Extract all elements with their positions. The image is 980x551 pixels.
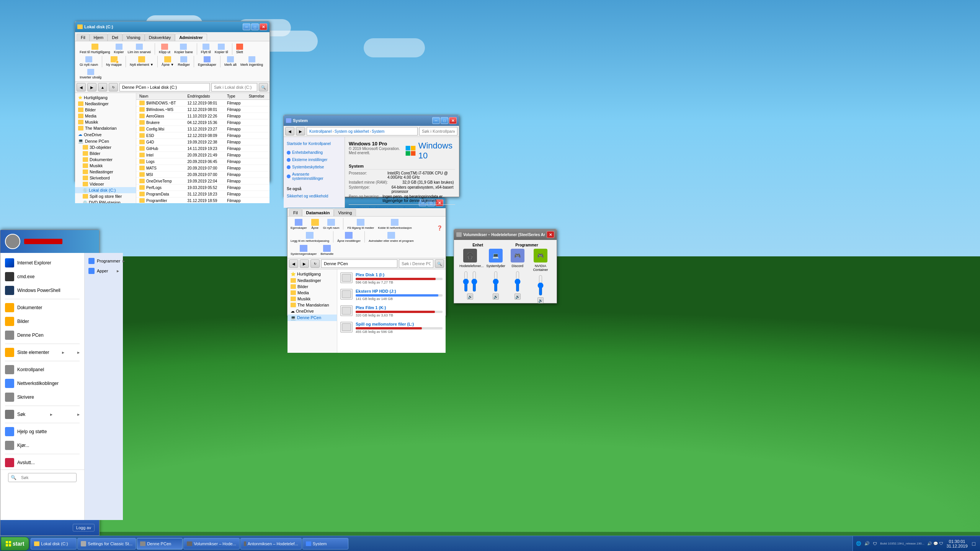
device-mute-btn[interactable]: 🔊 [467,293,473,300]
pc-address-input[interactable] [321,259,397,268]
back-button[interactable]: ◀ [77,83,86,91]
pc-forward[interactable]: ▶ [300,259,309,268]
sys-nav-enheter[interactable]: Enhetsbehandling [284,149,345,156]
show-desktop-btn[interactable]: □ [971,541,977,547]
menu-hjelp[interactable]: Hjelp og støtte [0,425,84,439]
close-button[interactable]: ✕ [260,23,267,30]
sys-nav-eksterne[interactable]: Eksterne innstillinger [284,156,345,163]
pc-sidebar-media[interactable]: Media [287,290,337,296]
sys-back[interactable]: ◀ [285,127,294,135]
taskbar-clock[interactable]: 01:30:01 31.12.2019 [946,539,967,548]
table-row[interactable]: AeroGlass 11.10.2019 22:26 Filmapp [136,113,270,119]
up-button[interactable]: ▲ [98,83,107,91]
sys-nav-systembeskyttelse[interactable]: Systembeskyttelse [284,163,345,171]
col-type[interactable]: Type [224,93,246,100]
ribbon-klipp[interactable]: Klipp ut [157,43,172,55]
sidebar-videoer[interactable]: Videoer [75,181,136,187]
taskbar-network-icon[interactable]: 🌐 [856,541,861,546]
sys-search-input[interactable] [419,127,457,135]
menu-denne-pcen[interactable]: Denne PCen [0,328,84,342]
table-row[interactable]: Logs 20.09.2019 06:45 Filmapp [136,158,270,165]
search-input[interactable] [211,83,257,91]
table-row[interactable]: ESD 12.12.2019 08:09 Filmapp [136,132,270,139]
ribbon-apne[interactable]: Åpne ▼ [160,55,175,67]
sidebar-media[interactable]: Media [75,113,136,119]
menu-bilder[interactable]: Bilder [0,315,84,328]
sidebar-bilder[interactable]: Bilder [75,107,136,113]
pc-back[interactable]: ◀ [289,259,298,268]
sidebar-lokal-disk[interactable]: 💿 Lokal disk (C:) [75,187,136,193]
sys-address[interactable]: Kontrollpanel › System og sikkerhet › Sy… [307,127,418,135]
table-row[interactable]: MATS 20.09.2019 07:00 Filmapp [136,165,270,171]
sys-close[interactable]: ✕ [449,117,457,124]
start-search-input[interactable] [19,474,76,481]
ribbon-merk[interactable]: Merk alt [223,55,238,67]
sys-sikkerhet[interactable]: Sikkerhet og vedlikehold [284,192,345,200]
pc-search-input[interactable] [399,259,433,268]
pc-behandle[interactable]: Behandle [319,244,335,256]
tab-del[interactable]: Del [108,34,122,41]
forward-button[interactable]: ▶ [87,83,96,91]
col-navn[interactable]: Navn [136,93,185,100]
table-row[interactable]: $Windows.~WS 12.12.2019 08:01 Filmapp [136,106,270,113]
pc-egenskaper[interactable]: Egenskaper [289,218,309,230]
col-endringsdato[interactable]: Endringsdato [185,93,224,100]
ribbon-kopier-til[interactable]: Kopier til [213,43,230,55]
pc-apne[interactable]: Åpne [309,218,321,230]
sidebar-skrivebord[interactable]: Skrivebord [75,175,136,181]
pinned-internet-explorer[interactable]: Internet Explorer [0,256,84,270]
ribbon-kopier-bane[interactable]: Kopier bane [173,43,194,55]
pc-sidebar-musikk[interactable]: Musikk [287,296,337,302]
menu-dokumenter[interactable]: Dokumenter [0,301,84,315]
device-volume-slider2[interactable] [470,271,478,292]
tab-diskvertoy[interactable]: Diskverktøy [145,34,175,41]
menu-avslutt[interactable]: Avslutt... [0,456,84,469]
ribbon-lim[interactable]: Lim inn snarvei [126,43,153,55]
tab-hjem[interactable]: Hjem [90,34,108,41]
address-input[interactable] [119,83,210,91]
table-row[interactable]: PerfLogs 19.03.2019 05:52 Filmapp [136,184,270,191]
sidebar-bilder2[interactable]: Bilder [75,150,136,156]
pinned-powershell[interactable]: Windows PowerShell [0,284,84,297]
pc-legg-til[interactable]: Legg til en nettverkslpassing [289,231,331,243]
sidebar-nedlastinger2[interactable]: Nedlastinger [75,169,136,175]
right-apper[interactable]: Apper ▶ [85,266,123,276]
system-volume-slider[interactable] [492,271,500,292]
taskbar-system[interactable]: System [302,538,348,549]
taskbar-volummikser1[interactable]: Volummikser – Hode... [183,538,240,549]
menu-nettverkstilkoblinger[interactable]: Nettverkstilkoblinger [0,377,84,390]
pc-sidebar-denne-pcen[interactable]: 💻 Denne PCen [287,315,337,321]
table-row[interactable]: Brukere 04.12.2019 15:36 Filmapp [136,119,270,126]
refresh-button[interactable]: ↻ [109,83,118,91]
help-button[interactable]: ❓ [436,224,443,232]
menu-kontrollpanel[interactable]: Kontrollpanel [0,363,84,377]
table-row[interactable]: G4D 19.09.2019 22:38 Filmapp [136,139,270,145]
ribbon-merk-ingen[interactable]: Merk ingenting [239,55,265,67]
pc-koble[interactable]: Koble til nettverksstasjon [376,218,413,230]
ribbon-ny-mappe[interactable]: + Ny mappe [105,55,123,67]
system-mute-btn[interactable]: 🔊 [493,293,499,300]
ribbon-gi-nytt[interactable]: Gi nytt navn [78,55,100,67]
sidebar-nedlastinger[interactable]: Nedlastinger [75,101,136,107]
table-row[interactable]: Intel 20.09.2019 21:49 Filmapp [136,152,270,158]
col-storrelse[interactable]: Størrelse [246,93,270,100]
tab-visning-pc[interactable]: Visning [334,209,356,216]
sidebar-mandalorian[interactable]: The Mandalorian [75,125,136,131]
sys-nav-startside[interactable]: Startside for Kontrollpanel [284,140,345,147]
tab-fil-pc[interactable]: Fil [289,209,302,216]
table-row[interactable]: GitHub 14.11.2019 19:23 Filmapp [136,145,270,152]
sys-minimize[interactable]: ─ [432,117,440,124]
tab-administrer[interactable]: Administrer [175,34,207,41]
ribbon-copy[interactable]: Kopier [113,43,126,55]
pc-sidebar-bilder[interactable]: Bilder [287,284,337,290]
taskbar-tray-icons[interactable]: 🔊 💬 🛡 [927,541,943,546]
pc-sidebar-nedlastinger[interactable]: Nedlastinger [287,277,337,284]
menu-skrivere[interactable]: Skrivere [0,390,84,404]
sidebar-3d[interactable]: 3D-objekter [75,144,136,150]
ribbon-nytt-element[interactable]: Nytt element ▼ [128,55,155,67]
pc-innstillinger[interactable]: Åpne innstillinger [336,231,362,243]
sidebar-dokumenter[interactable]: Dokumenter [75,156,136,163]
ribbon-slett[interactable]: Slett [235,43,245,55]
table-row[interactable]: MSI 20.09.2019 07:00 Filmapp [136,171,270,178]
table-row[interactable]: OneDriveTemp 19.09.2019 22:04 Filmapp [136,178,270,184]
